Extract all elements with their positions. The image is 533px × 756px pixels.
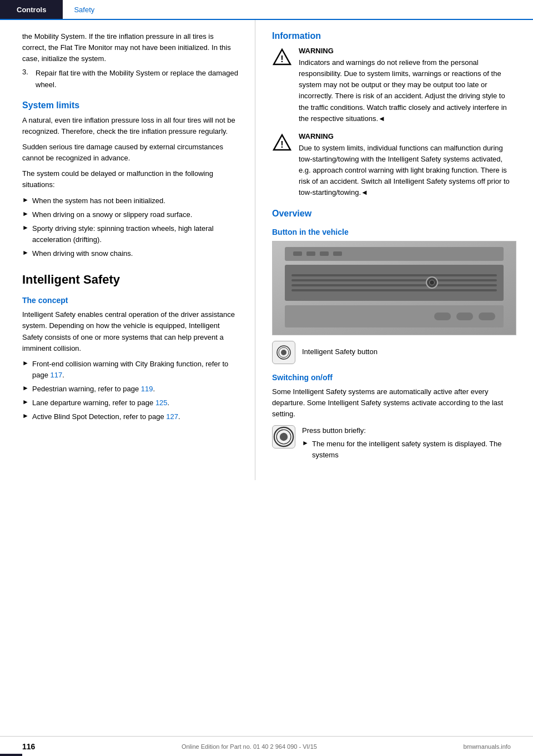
svg-point-9 (280, 433, 288, 441)
switching-heading: Switching on/off (272, 373, 516, 382)
tab-controls[interactable]: Controls (0, 0, 63, 19)
concept-bullets: ► Front-end collision warning with City … (22, 359, 238, 423)
numbered-item-3: 3. Repair flat tire with the Mobility Sy… (22, 68, 238, 90)
press-content: Press button briefly: ► The menu for the… (302, 425, 516, 463)
list-item: ► When driving with snow chains. (22, 248, 238, 259)
warning-icon-2: ! (272, 133, 294, 155)
footer-center: Online Edition for Part no. 01 40 2 964 … (182, 743, 317, 750)
warning-icon-1: ! (272, 48, 294, 69)
system-limits-p2: Sudden serious tire damage caused by ext… (22, 142, 238, 164)
system-limits-heading: System limits (22, 100, 238, 110)
bullet-arrow-icon: ► (22, 412, 32, 420)
bullet-text: When driving with snow chains. (32, 248, 133, 259)
overview-heading: Overview (272, 209, 516, 219)
system-limits-bullets: ► When the system has not been initializ… (22, 195, 238, 260)
link-117[interactable]: 117 (51, 371, 63, 379)
press-icon-row: Press button briefly: ► The menu for the… (272, 425, 516, 463)
list-item: ► When driving on a snowy or slippery ro… (22, 209, 238, 220)
list-item: ► Active Blind Spot Detection, refer to … (22, 411, 238, 422)
footer-left-bar (0, 754, 22, 756)
warning-box-1: ! WARNING Indicators and warnings do not… (272, 47, 516, 124)
system-limits-p1: A natural, even tire inflation pressure … (22, 115, 238, 137)
warning-text-1: Indicators and warnings do not relieve f… (299, 57, 516, 124)
bullet-text: When the system has not been initialized… (32, 195, 165, 206)
list-item: ► Pedestrian warning, refer to page 119. (22, 384, 238, 395)
bullet-text: Active Blind Spot Detection, refer to pa… (32, 411, 180, 422)
item-text-3: Repair flat tire with the Mobility Syste… (36, 68, 238, 90)
bullet-arrow-icon: ► (22, 384, 32, 392)
bullet-arrow-icon: ► (22, 210, 32, 218)
bullet-arrow-icon: ► (22, 249, 32, 256)
bullet-text: Lane departure warning, refer to page 12… (32, 397, 169, 409)
header-tabs: Controls Safety (0, 0, 533, 20)
concept-p1: Intelligent Safety enables central opera… (22, 309, 238, 354)
svg-point-6 (281, 350, 286, 355)
press-icon-box (272, 425, 295, 448)
right-column: Information ! WARNING Indicators and war… (255, 20, 533, 480)
list-item: ► Sporty driving style: spinning tractio… (22, 223, 238, 245)
link-125[interactable]: 125 (155, 399, 168, 407)
svg-text:!: ! (280, 54, 283, 64)
press-bullet-text: The menu for the intelligent safety syst… (312, 439, 516, 461)
press-bullet-item: ► The menu for the intelligent safety sy… (302, 439, 516, 461)
bullet-arrow-icon: ► (302, 439, 312, 447)
link-127[interactable]: 127 (166, 412, 178, 421)
bullet-arrow-icon: ► (22, 359, 32, 367)
intro-text: the Mobility System. If the tire inflati… (22, 31, 238, 64)
list-item: ► Front-end collision warning with City … (22, 359, 238, 381)
icon-label-row: Intelligent Safety button (272, 341, 516, 364)
intelligent-safety-heading: Intelligent Safety (22, 273, 238, 287)
list-item: ► When the system has not been initializ… (22, 195, 238, 206)
bullet-arrow-icon: ► (22, 224, 32, 231)
footer-right: bmwmanuals.info (463, 743, 511, 750)
tab-safety[interactable]: Safety (63, 0, 105, 20)
intelligent-safety-button-label: Intelligent Safety button (302, 346, 378, 357)
button-in-vehicle-heading: Button in the vehicle (272, 228, 516, 236)
main-content: the Mobility System. If the tire inflati… (0, 20, 533, 480)
vehicle-image-inner (273, 241, 516, 335)
warning-box-2: ! WARNING Due to system limits, individu… (272, 132, 516, 199)
bullet-text: Pedestrian warning, refer to page 119. (32, 384, 155, 395)
svg-text:!: ! (280, 140, 283, 149)
page-number: 116 (22, 742, 35, 751)
left-column: the Mobility System. If the tire inflati… (0, 20, 255, 480)
concept-heading: The concept (22, 296, 238, 305)
warning-title-1: WARNING (299, 47, 516, 55)
warning-text-2: Due to system limits, individual functio… (299, 143, 516, 199)
list-item: ► Lane departure warning, refer to page … (22, 397, 238, 409)
bullet-text: Sporty driving style: spinning traction … (32, 223, 238, 245)
bullet-text: Front-end collision warning with City Br… (32, 359, 238, 381)
bullet-text: When driving on a snowy or slippery road… (32, 209, 192, 220)
press-button-label: Press button briefly: (302, 425, 516, 436)
system-limits-p3: The system could be delayed or malfuncti… (22, 168, 238, 190)
bullet-arrow-icon: ► (22, 196, 32, 204)
footer: 116 Online Edition for Part no. 01 40 2 … (0, 736, 533, 756)
bullet-arrow-icon: ► (22, 398, 32, 406)
information-heading: Information (272, 31, 516, 41)
item-num-3: 3. (22, 68, 36, 90)
warning-content-2: WARNING Due to system limits, individual… (299, 132, 516, 199)
link-119[interactable]: 119 (141, 385, 153, 393)
vehicle-image (272, 241, 516, 335)
switching-p1: Some Intelligent Safety systems are auto… (272, 386, 516, 420)
intelligent-safety-icon-box (272, 341, 295, 364)
warning-content-1: WARNING Indicators and warnings do not r… (299, 47, 516, 124)
warning-title-2: WARNING (299, 132, 516, 140)
